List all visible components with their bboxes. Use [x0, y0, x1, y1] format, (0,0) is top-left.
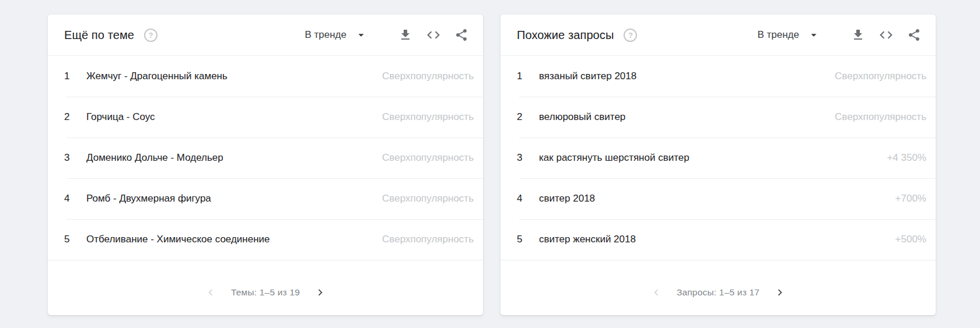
share-button[interactable]: [907, 27, 922, 43]
row-label: вязаный свитер 2018: [539, 70, 825, 82]
row-label: как растянуть шерстяной свитер: [539, 152, 877, 164]
sort-label: В тренде: [304, 29, 346, 41]
pagination-label: Запросы: 1–5 из 17: [677, 287, 760, 298]
download-button[interactable]: [850, 27, 866, 43]
list-item[interactable]: 1 Жемчуг - Драгоценный камень Сверхпопул…: [48, 56, 483, 97]
row-rank: 2: [517, 111, 539, 123]
list-item[interactable]: 5 свитер женский 2018 +500%: [501, 219, 936, 260]
card-related-queries: Похожие запросы ? В тренде 1 вяза: [501, 15, 936, 315]
row-rank: 4: [517, 193, 539, 204]
share-icon: [907, 28, 921, 42]
row-rank: 3: [517, 152, 539, 164]
row-rank: 1: [517, 70, 539, 82]
card-related-topics: Ещё по теме ? В тренде 1 Жемчуг -: [48, 15, 483, 315]
download-icon: [851, 28, 865, 42]
row-label: велюровый свитер: [539, 111, 825, 123]
pagination-next-button[interactable]: [313, 285, 328, 300]
row-rank: 3: [64, 152, 86, 164]
list-item[interactable]: 4 свитер 2018 +700%: [501, 178, 936, 219]
row-value: Сверхпопулярность: [382, 193, 474, 204]
list-item[interactable]: 4 Ромб - Двухмерная фигура Сверхпопулярн…: [48, 178, 483, 219]
pagination: Темы: 1–5 из 19: [203, 285, 328, 300]
pagination-prev-button[interactable]: [649, 285, 664, 300]
embed-icon: [426, 27, 441, 43]
share-button[interactable]: [454, 27, 469, 43]
chevron-right-icon: [774, 286, 786, 299]
trends-panel: Ещё по теме ? В тренде 1 Жемчуг -: [0, 0, 980, 328]
sort-label: В тренде: [757, 29, 799, 41]
row-rank: 5: [64, 234, 86, 245]
queries-list: 1 вязаный свитер 2018 Сверхпопулярность …: [501, 56, 936, 260]
embed-icon: [878, 27, 894, 43]
row-label: Жемчуг - Драгоценный камень: [86, 70, 373, 82]
card-title: Ещё по теме: [64, 29, 134, 42]
pagination-label: Темы: 1–5 из 19: [231, 287, 300, 298]
row-label: свитер 2018: [539, 193, 886, 204]
row-value: +500%: [895, 234, 926, 245]
row-value: +700%: [895, 193, 926, 204]
row-rank: 1: [64, 70, 86, 82]
card-footer: Запросы: 1–5 из 17: [501, 260, 936, 315]
list-item[interactable]: 2 велюровый свитер Сверхпопулярность: [501, 97, 936, 137]
row-value: Сверхпопулярность: [382, 111, 474, 123]
chevron-left-icon: [204, 286, 217, 299]
card-header: Похожие запросы ? В тренде: [501, 15, 936, 56]
embed-button[interactable]: [878, 27, 894, 43]
help-icon[interactable]: ?: [144, 29, 158, 42]
row-rank: 4: [64, 193, 86, 204]
embed-button[interactable]: [426, 27, 441, 43]
row-value: Сверхпопулярность: [382, 152, 474, 164]
row-rank: 2: [64, 111, 86, 123]
row-label: Ромб - Двухмерная фигура: [86, 193, 373, 204]
row-label: Горчица - Соус: [86, 111, 373, 123]
download-button[interactable]: [398, 27, 413, 43]
arrow-drop-down-icon: [807, 29, 820, 41]
card-header: Ещё по теме ? В тренде: [48, 15, 483, 56]
card-footer: Темы: 1–5 из 19: [48, 260, 483, 315]
pagination-next-button[interactable]: [772, 285, 788, 300]
row-value: Сверхпопулярность: [382, 70, 474, 82]
row-value: Сверхпопулярность: [382, 234, 474, 245]
share-icon: [454, 28, 468, 42]
row-value: +4 350%: [887, 152, 926, 164]
list-item[interactable]: 2 Горчица - Соус Сверхпопулярность: [48, 97, 483, 137]
list-item[interactable]: 5 Отбеливание - Химическое соединение Св…: [48, 219, 483, 260]
sort-dropdown[interactable]: В тренде: [757, 29, 820, 41]
list-item[interactable]: 3 как растянуть шерстяной свитер +4 350%: [501, 137, 936, 178]
card-title: Похожие запросы: [517, 29, 614, 42]
row-value: Сверхпопулярность: [835, 111, 926, 123]
chevron-left-icon: [650, 286, 663, 299]
topics-list: 1 Жемчуг - Драгоценный камень Сверхпопул…: [48, 56, 483, 260]
list-item[interactable]: 1 вязаный свитер 2018 Сверхпопулярность: [501, 56, 936, 97]
sort-dropdown[interactable]: В тренде: [304, 29, 368, 41]
pagination: Запросы: 1–5 из 17: [649, 285, 788, 300]
row-rank: 5: [517, 234, 539, 245]
download-icon: [398, 28, 412, 42]
arrow-drop-down-icon: [355, 29, 368, 41]
pagination-prev-button[interactable]: [203, 285, 218, 300]
row-label: свитер женский 2018: [539, 234, 886, 245]
row-label: Доменико Дольче - Модельер: [86, 152, 373, 164]
row-label: Отбеливание - Химическое соединение: [86, 234, 373, 245]
chevron-right-icon: [314, 286, 327, 299]
row-value: Сверхпопулярность: [835, 70, 926, 82]
list-item[interactable]: 3 Доменико Дольче - Модельер Сверхпопуля…: [48, 137, 483, 178]
help-icon[interactable]: ?: [624, 29, 637, 42]
